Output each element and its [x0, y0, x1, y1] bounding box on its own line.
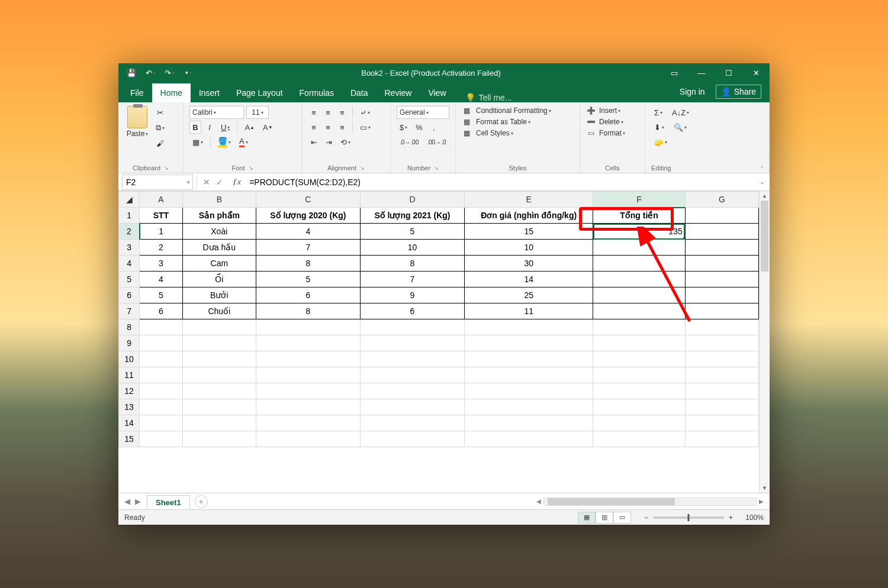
cell[interactable]: [182, 399, 256, 415]
cell[interactable]: 6: [140, 303, 182, 319]
orientation-button[interactable]: ⟲: [337, 135, 353, 148]
cell[interactable]: [182, 335, 256, 351]
cell[interactable]: 10: [360, 240, 464, 256]
row-header[interactable]: 3: [119, 240, 140, 256]
cell[interactable]: [182, 431, 256, 447]
table-row[interactable]: 1STTSản phẩmSố lượng 2020 (Kg)Số lượng 2…: [119, 208, 759, 224]
table-row[interactable]: 11: [119, 367, 759, 383]
cell[interactable]: [140, 319, 182, 335]
cell[interactable]: [685, 303, 758, 319]
zoom-in-button[interactable]: +: [729, 513, 733, 522]
col-header-D[interactable]: D: [360, 192, 464, 208]
col-header-C[interactable]: C: [256, 192, 360, 208]
cell[interactable]: [685, 272, 758, 287]
alignment-launcher-icon[interactable]: ↘: [360, 165, 365, 171]
cell[interactable]: 4: [256, 224, 360, 240]
cell[interactable]: 30: [464, 256, 593, 272]
find-select-button[interactable]: 🔍: [671, 121, 690, 134]
cell[interactable]: STT: [140, 208, 182, 224]
cell[interactable]: 7: [256, 240, 360, 256]
cell[interactable]: [140, 383, 182, 399]
table-row[interactable]: 9: [119, 335, 759, 351]
cell[interactable]: [360, 319, 464, 335]
col-header-G[interactable]: G: [685, 192, 758, 208]
increase-font-button[interactable]: A▲: [242, 121, 258, 134]
col-header-F[interactable]: F: [593, 192, 685, 208]
insert-cells-button[interactable]: ➕Insert: [586, 106, 639, 115]
cell[interactable]: [593, 287, 685, 303]
undo-button[interactable]: ↶: [143, 66, 157, 80]
cell[interactable]: [685, 287, 758, 303]
cell[interactable]: [360, 399, 464, 415]
cell[interactable]: Chuối: [182, 303, 256, 319]
number-launcher-icon[interactable]: ↘: [434, 165, 439, 171]
conditional-formatting-button[interactable]: ▦Conditional Formatting: [462, 106, 574, 115]
decrease-font-button[interactable]: A▼: [260, 121, 276, 134]
cell[interactable]: [685, 319, 758, 335]
increase-decimal-button[interactable]: .0→.00: [397, 135, 422, 148]
cell[interactable]: 7: [360, 272, 464, 287]
redo-button[interactable]: ↷: [162, 66, 176, 80]
cell[interactable]: [464, 351, 593, 367]
font-size-select[interactable]: 11: [246, 106, 269, 119]
tab-data[interactable]: Data: [342, 83, 377, 102]
cell[interactable]: Tổng tiền: [593, 208, 685, 224]
cell[interactable]: [685, 415, 758, 431]
col-header-A[interactable]: A: [140, 192, 182, 208]
table-row[interactable]: 65Bưởi6925: [119, 287, 759, 303]
cell[interactable]: 14: [464, 272, 593, 287]
zoom-out-button[interactable]: −: [644, 513, 648, 522]
view-page-break-button[interactable]: ▭: [613, 512, 631, 524]
autosum-button[interactable]: Σ: [651, 106, 665, 119]
cell[interactable]: [360, 431, 464, 447]
align-bottom-button[interactable]: ≡: [336, 106, 348, 119]
copy-button[interactable]: ⧉: [153, 121, 168, 134]
column-headers[interactable]: ◢ A B C D E F G: [119, 192, 759, 208]
scroll-up-icon[interactable]: ▲: [760, 191, 770, 201]
maximize-button[interactable]: ☐: [715, 63, 742, 82]
sign-in-link[interactable]: Sign in: [680, 87, 705, 96]
sheet-nav-next[interactable]: ▶: [135, 497, 141, 506]
cell[interactable]: Số lượng 2021 (Kg): [360, 208, 464, 224]
delete-cells-button[interactable]: ➖Delete: [586, 117, 639, 127]
cell[interactable]: [182, 367, 256, 383]
row-header[interactable]: 14: [119, 415, 140, 431]
cell[interactable]: Cam: [182, 256, 256, 272]
tab-home[interactable]: Home: [152, 83, 191, 102]
cell[interactable]: [593, 303, 685, 319]
underline-button[interactable]: U: [218, 121, 233, 134]
decrease-decimal-button[interactable]: .00→.0: [424, 135, 449, 148]
cell[interactable]: 2: [140, 240, 182, 256]
cell[interactable]: [256, 383, 360, 399]
cell[interactable]: [593, 256, 685, 272]
align-left-button[interactable]: ≡: [308, 121, 320, 134]
zoom-percent[interactable]: 100%: [738, 513, 764, 522]
row-header[interactable]: 7: [119, 303, 140, 319]
cell[interactable]: [140, 415, 182, 431]
formula-input[interactable]: =PRODUCT(SUM(C2:D2),E2): [244, 175, 755, 190]
cell[interactable]: [140, 431, 182, 447]
row-header[interactable]: 12: [119, 383, 140, 399]
cell[interactable]: [256, 351, 360, 367]
cell[interactable]: [685, 399, 758, 415]
cell[interactable]: [464, 431, 593, 447]
cell[interactable]: [593, 383, 685, 399]
cell[interactable]: [464, 383, 593, 399]
cell[interactable]: 8: [256, 303, 360, 319]
table-row[interactable]: 43Cam8830: [119, 256, 759, 272]
cell[interactable]: Số lượng 2020 (Kg): [256, 208, 360, 224]
cell[interactable]: [593, 431, 685, 447]
cell[interactable]: Bưởi: [182, 287, 256, 303]
cell[interactable]: Sản phẩm: [182, 208, 256, 224]
row-header[interactable]: 11: [119, 367, 140, 383]
table-row[interactable]: 8: [119, 319, 759, 335]
align-right-button[interactable]: ≡: [336, 121, 348, 134]
cell[interactable]: [593, 272, 685, 287]
tab-view[interactable]: View: [420, 83, 454, 102]
row-header[interactable]: 10: [119, 351, 140, 367]
table-row[interactable]: 10: [119, 351, 759, 367]
cell[interactable]: 5: [256, 272, 360, 287]
cell[interactable]: [360, 367, 464, 383]
select-all-corner[interactable]: ◢: [119, 192, 140, 208]
align-top-button[interactable]: ≡: [308, 106, 320, 119]
